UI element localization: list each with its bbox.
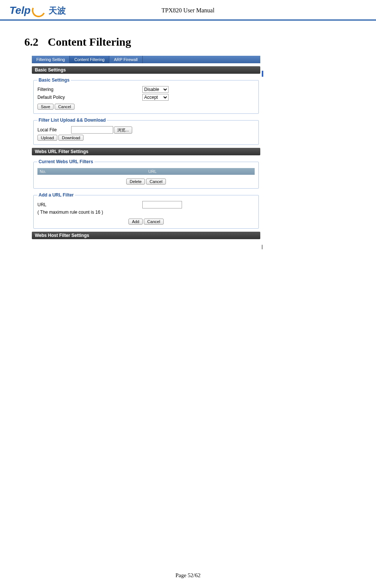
local-file-input[interactable] (71, 126, 113, 134)
legend-add: Add a URL Filter (37, 192, 75, 198)
document-header: Telp 天波 TPX820 User Manual (0, 0, 376, 21)
col-no: No. (40, 169, 148, 174)
col-url: URL (148, 169, 157, 174)
section-bar-basic: Basic Settings (32, 66, 260, 74)
legend-current: Current Webs URL Filters (37, 159, 94, 164)
section-bar-host: Webs Host Filter Settings (32, 232, 260, 239)
cancel-button[interactable]: Cancel (55, 104, 74, 110)
upload-button[interactable]: Upload (37, 135, 57, 141)
save-button[interactable]: Save (37, 104, 54, 110)
fieldset-add-url-filter: Add a URL Filter URL ( The maximum rule … (33, 192, 259, 229)
max-rule-note: ( The maximum rule count is 16 ) (37, 210, 255, 215)
delete-button[interactable]: Delete (126, 179, 145, 185)
tab-bar: Filtering Setting Content Filtering ARP … (32, 56, 260, 63)
cursor-mark-icon (262, 245, 263, 249)
filtering-select[interactable]: Disable (142, 86, 169, 93)
fieldset-current-url-filters: Current Webs URL Filters No. URL Delete … (33, 159, 259, 189)
scroll-indicator-icon (262, 71, 263, 77)
fieldset-basic-settings: Basic Settings Filtering Disable Default… (33, 77, 259, 114)
section-title: Content Filtering (48, 36, 131, 48)
logo-brand-cn: 天波 (49, 5, 66, 16)
filtering-label: Filtering (37, 87, 142, 92)
tab-arp-firewall[interactable]: ARP Firewall (109, 56, 142, 63)
url-label: URL (37, 202, 142, 207)
local-file-label: Local File (37, 127, 71, 132)
document-title: TPX820 User Manual (161, 7, 214, 14)
logo-brand-text: Telp (9, 4, 31, 16)
tab-content-filtering[interactable]: Content Filtering (70, 56, 109, 63)
logo: Telp 天波 (9, 4, 66, 17)
download-button[interactable]: Download (58, 135, 84, 141)
add-button[interactable]: Add (128, 219, 143, 225)
section-heading: 6.2Content Filtering (24, 36, 352, 48)
fieldset-filter-list-upload: Filter List Upload && Download Local Fil… (33, 118, 259, 145)
legend-basic: Basic Settings (37, 77, 71, 83)
url-input[interactable] (142, 201, 182, 208)
tab-filtering-setting[interactable]: Filtering Setting (32, 56, 70, 63)
legend-upload: Filter List Upload && Download (37, 118, 107, 123)
page-footer: Page 52/62 (0, 572, 376, 579)
cancel-button-2[interactable]: Cancel (146, 179, 166, 185)
default-policy-select[interactable]: Accept (142, 94, 169, 101)
section-bar-url: Webs URL Filter Settings (32, 148, 260, 155)
browse-button[interactable]: 浏览... (114, 127, 132, 134)
cancel-button-3[interactable]: Cancel (144, 219, 163, 225)
default-policy-label: Default Policy (37, 95, 142, 100)
section-number: 6.2 (24, 36, 39, 48)
swirl-icon (30, 2, 47, 19)
url-filter-table-header: No. URL (37, 168, 255, 175)
embedded-screenshot: Filtering Setting Content Filtering ARP … (32, 56, 260, 239)
